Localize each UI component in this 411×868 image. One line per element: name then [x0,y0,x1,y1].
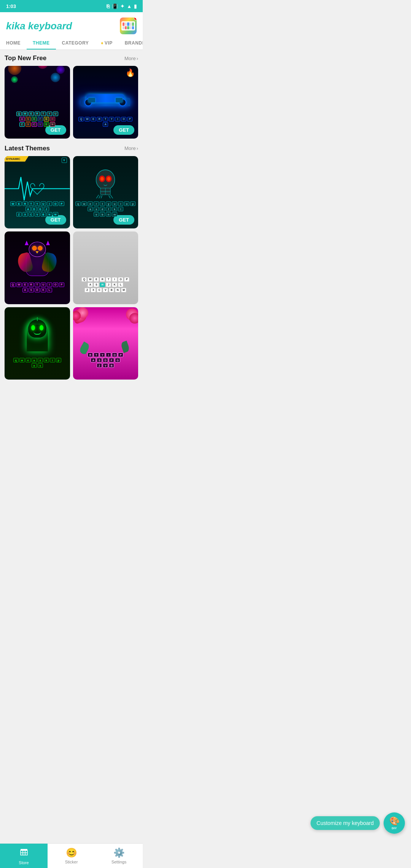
app-logo: kika keyboard [6,20,72,32]
svg-line-11 [110,195,114,198]
latest-themes-more[interactable]: More › [124,145,138,151]
svg-line-8 [96,195,99,198]
top-new-free-header: Top New Free More › [5,54,138,62]
vibrate-icon: 📳 [112,3,118,9]
tab-theme[interactable]: THEME [27,37,56,49]
nav-tabs: HOME THEME CATEGORY ♦VIP BRANDED [0,34,143,50]
top-new-free-title: Top New Free [5,54,46,62]
theme-card-skull[interactable]: qwertyuiop asdfkl vbnm GET [73,156,139,229]
svg-point-6 [100,177,104,181]
svg-point-0 [96,170,115,190]
tab-branded[interactable]: BRANDED [119,37,143,49]
svg-line-10 [100,195,102,198]
tab-home[interactable]: HOME [0,37,27,49]
svg-point-7 [107,177,111,181]
theme-card-white-clean[interactable]: QWERTIOP ASHJKL ZXCVBNM [73,231,139,304]
latest-themes-header: Latest Themes More › [5,145,138,152]
svg-line-9 [98,195,100,198]
svg-line-12 [109,195,111,198]
theme-card-neon-keys[interactable]: QWERTYU A S D F G H Z X C V [5,66,70,139]
theme-card-owl[interactable]: QWERTUIOP ASDKL [5,231,70,304]
cast-icon: ⎘ [107,3,110,9]
status-bar: 1:03 ⎘ 📳 ✦ ▲ ▮ [0,0,143,12]
tab-vip[interactable]: ♦VIP [95,37,118,49]
vip-diamond-icon: ♦ [101,40,104,46]
main-content: Top New Free More › QWERTYU [0,50,143,424]
theme-card-neon-car[interactable]: QWERTYIOP A 🔥 GET [73,66,139,139]
status-icons: ⎘ 📳 ✦ ▲ ▮ [107,3,137,9]
status-time: 1:03 [6,3,16,9]
latest-themes-title: Latest Themes [5,145,50,152]
star-icon: ✦ [120,3,124,9]
theme-card-floral[interactable]: RTYIOP ASDFG ZVB [73,307,139,380]
top-new-free-grid: QWERTYU A S D F G H Z X C V [5,66,138,139]
skull-svg [92,168,119,198]
battery-icon: ▮ [134,3,137,9]
notification-dot [134,18,137,20]
chevron-right-icon: › [137,56,138,61]
wifi-icon: ▲ [127,3,132,9]
top-new-free-more[interactable]: More › [124,56,138,61]
fire-badge: 🔥 [126,68,135,77]
latest-themes-grid: DYNAMIC ▼ WERTYUIOP ADGJ [5,156,138,380]
theme-card-ghost[interactable]: qweasklp as [5,307,70,380]
chevron-right-icon-2: › [137,145,138,151]
tab-category[interactable]: CATEGORY [56,37,95,49]
avatar-keyboard-preview [121,21,135,30]
theme-card-heartbeat[interactable]: DYNAMIC ▼ WERTYUIOP ADGJ [5,156,70,229]
header-avatar[interactable] [120,18,137,34]
app-header: kika keyboard [0,12,143,34]
